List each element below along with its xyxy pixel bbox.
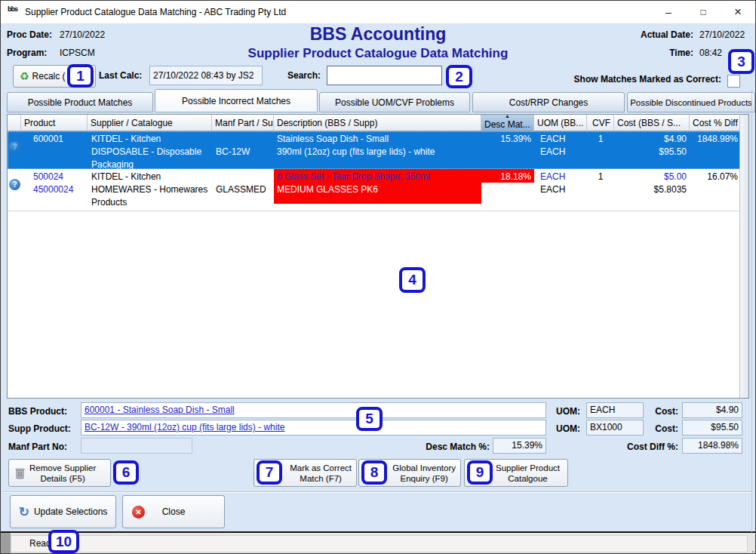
description-alert-highlight: 6 Glass Set - Tear Drop Shape, 350ml MED… xyxy=(274,169,481,204)
close-label: Close xyxy=(162,506,186,517)
update-selections-button[interactable]: ↻ Update Selections xyxy=(10,495,116,528)
button-label-line1: Global Inventory xyxy=(392,463,456,472)
button-label-line2: Match (F7) xyxy=(300,474,342,483)
screen-title: Supplier Product Catalogue Data Matching xyxy=(189,46,567,61)
recycle-icon: ♻ xyxy=(20,70,29,82)
supplier-bbs: KITDEL - Kitchen xyxy=(91,133,209,146)
maximize-button[interactable]: □ xyxy=(686,1,721,23)
vertical-scrollbar[interactable] xyxy=(739,115,748,398)
show-matches-label: Show Matches Marked as Correct: xyxy=(484,74,721,85)
uom-bbs-field[interactable]: EACH xyxy=(586,402,644,418)
column-header-description[interactable]: Description (BBS / Supp) xyxy=(274,115,481,131)
manf-part-no-label: Manf Part No: xyxy=(8,442,67,452)
last-calc-label: Last Calc: xyxy=(99,70,142,81)
column-header-product[interactable]: Product xyxy=(21,115,88,131)
annotation-marker-2: 2 xyxy=(446,65,472,88)
close-button[interactable]: ✕ Close xyxy=(122,495,225,528)
statusbar-grip-block xyxy=(1,533,11,554)
column-header-desc-match[interactable]: ▲ Desc Mat... xyxy=(481,115,534,131)
product-code-supp: 45000024 xyxy=(33,183,85,196)
app-title: BBS Accounting xyxy=(227,24,529,45)
button-label-line1: Supplier Product xyxy=(496,463,560,472)
window-title: Supplier Product Catalogue Data Matching… xyxy=(25,7,286,17)
uom-supp: EACH xyxy=(540,183,584,196)
search-input[interactable] xyxy=(327,66,442,85)
column-header-supplier[interactable]: Supplier / Catalogue xyxy=(88,115,212,131)
trash-icon xyxy=(15,467,25,479)
refresh-icon: ↻ xyxy=(19,504,29,520)
tab-label: Possible UOM/CVF Problems xyxy=(335,97,454,108)
description-supp: MEDIUM GLASSES PK6 xyxy=(277,183,478,196)
cost-bbs: $4.90 xyxy=(617,133,687,146)
table-row[interactable]: ? 500024 45000024 KITDEL - Kitchen HOMEW… xyxy=(8,169,741,211)
button-label-line2: Catalgoue xyxy=(508,474,547,483)
annotation-marker-3: 3 xyxy=(728,49,754,74)
minimize-button[interactable]: – xyxy=(651,1,686,23)
supp-product-label: Supp Product: xyxy=(8,423,71,434)
help-icon[interactable]: ? xyxy=(9,179,20,190)
close-circle-icon: ✕ xyxy=(132,506,145,519)
status-bar: Ready xyxy=(1,533,756,554)
column-header-cvf[interactable]: CVF xyxy=(587,115,614,131)
button-label-line2: Details (F5) xyxy=(40,474,85,483)
uom-bbs: EACH xyxy=(540,171,584,183)
bbs-product-label: BBS Product: xyxy=(8,406,67,417)
tab-possible-incorrect-matches[interactable]: Possible Incorrect Matches xyxy=(155,89,318,112)
annotation-marker-4: 4 xyxy=(399,267,426,293)
bbs-product-link[interactable]: 600001 - Stainless Soap Dish - Small xyxy=(85,405,235,415)
tab-possible-discontinued-products[interactable]: Possible Discontinued Products xyxy=(627,92,755,112)
column-header-uom[interactable]: UOM (BB... xyxy=(534,115,587,131)
cost-bbs-value: $4.90 xyxy=(682,402,742,418)
column-header-icon[interactable] xyxy=(8,115,21,131)
right-edge-groove xyxy=(751,90,752,531)
tab-label: Cost/RRP Changes xyxy=(509,97,589,108)
table-row[interactable]: ? 600001 KITDEL - Kitchen DISPOSABLE - D… xyxy=(8,131,741,169)
manf-part-no-input[interactable] xyxy=(81,438,192,454)
column-header-label: Desc Mat... xyxy=(484,119,530,130)
column-header-cost[interactable]: Cost (BBS / S... xyxy=(614,115,690,131)
resize-grip[interactable] xyxy=(752,551,754,552)
uom-bbs: EACH xyxy=(540,133,584,146)
description-bbs: Stainless Soap Dish - Small xyxy=(277,133,478,146)
cost-diff-value: 1848.98% xyxy=(690,131,741,169)
annotation-marker-1: 1 xyxy=(67,64,94,88)
description-bbs: 6 Glass Set - Tear Drop Shape, 350ml xyxy=(277,171,478,183)
uom-supp-field[interactable]: BX1000 xyxy=(586,420,644,436)
footer-divider xyxy=(4,491,752,492)
tab-cost-rrp-changes[interactable]: Cost/RRP Changes xyxy=(472,92,625,112)
close-window-button[interactable]: × xyxy=(721,1,755,23)
show-matches-checkbox[interactable] xyxy=(727,75,740,88)
app-window: bbs Supplier Product Catalogue Data Matc… xyxy=(0,0,756,554)
program-value: ICPSCM xyxy=(60,48,95,58)
program-label: Program: xyxy=(7,48,47,58)
annotation-marker-8: 8 xyxy=(361,460,387,485)
tab-label: Possible Incorrect Matches xyxy=(182,96,290,106)
cvf-value: 1 xyxy=(587,169,614,211)
cost-supp-value: $95.50 xyxy=(682,420,742,436)
actual-date-value: 27/10/2022 xyxy=(699,29,745,40)
manf-part: GLASSMED xyxy=(216,183,271,196)
column-header-manf-part[interactable]: Manf Part / Sup... xyxy=(212,115,274,131)
supplier-bbs: KITDEL - Kitchen xyxy=(91,171,209,183)
remove-supplier-details-button[interactable]: Remove Supplier Details (F5) xyxy=(8,459,111,487)
cost-supp: $5.8035 xyxy=(617,183,687,196)
tab-possible-product-matches[interactable]: Possible Product Matches xyxy=(7,92,153,112)
desc-match-value: 18.18% xyxy=(481,169,534,183)
search-label: Search: xyxy=(287,70,321,81)
update-selections-label: Update Selections xyxy=(34,506,107,517)
sort-ascending-icon: ▲ xyxy=(505,115,510,118)
matches-table: Product Supplier / Catalogue Manf Part /… xyxy=(7,114,749,399)
column-header-cost-diff[interactable]: Cost % Diff xyxy=(690,115,741,131)
help-icon[interactable]: ? xyxy=(9,141,20,152)
cost-diff-pct-value: 1848.98% xyxy=(682,438,742,454)
product-code-bbs: 600001 xyxy=(33,133,85,146)
annotation-marker-7: 7 xyxy=(257,460,282,485)
annotation-marker-6: 6 xyxy=(113,460,139,485)
title-bar: bbs Supplier Product Catalogue Data Matc… xyxy=(1,1,755,24)
product-code-bbs: 500024 xyxy=(33,171,85,183)
annotation-marker-10: 10 xyxy=(48,530,79,553)
desc-match-value: 15.39% xyxy=(481,131,534,169)
tab-possible-uom-cvf-problems[interactable]: Possible UOM/CVF Problems xyxy=(319,92,470,112)
supp-product-link[interactable]: BC-12W - 390ml (12oz) cup (fits large li… xyxy=(85,422,284,432)
status-text: Ready xyxy=(11,535,748,552)
